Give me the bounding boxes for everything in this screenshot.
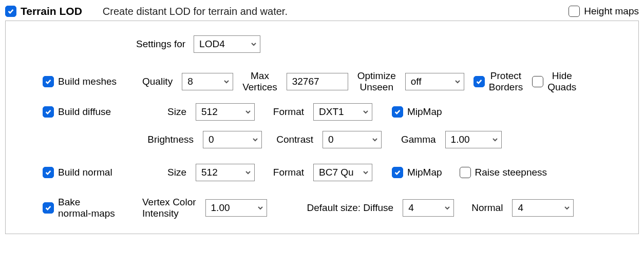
default-normal-value: 4	[518, 202, 523, 214]
normal-size-select[interactable]: 512	[196, 164, 255, 181]
brightness-value: 0	[209, 134, 214, 145]
chevron-down-icon	[245, 106, 251, 118]
bake-normal-maps-label: Bake normal-maps	[58, 197, 115, 219]
contrast-label: Contrast	[271, 134, 313, 145]
build-normal-label: Build normal	[58, 167, 112, 178]
diffuse-format-label: Format	[264, 106, 304, 118]
panel-subtitle: Create distant LOD for terrain and water…	[103, 6, 288, 17]
chevron-down-icon	[363, 167, 369, 178]
settings-for-select[interactable]: LOD4	[194, 35, 260, 53]
contrast-select[interactable]: 0	[323, 131, 382, 148]
chevron-down-icon	[223, 76, 230, 87]
gamma-select[interactable]: 1.00	[445, 131, 502, 148]
raise-steepness-label: Raise steepness	[475, 167, 547, 178]
quality-select[interactable]: 8	[182, 73, 233, 90]
chevron-down-icon	[251, 39, 257, 50]
normal-format-value: BC7 Qu	[319, 167, 354, 178]
optimize-unseen-label: Optimize Unseen	[357, 70, 396, 93]
hide-quads-checkbox[interactable]	[532, 76, 543, 87]
chevron-down-icon	[363, 106, 369, 118]
chevron-down-icon	[492, 134, 498, 145]
default-normal-label: Normal	[471, 202, 503, 214]
brightness-select[interactable]: 0	[203, 131, 262, 148]
chevron-down-icon	[444, 202, 450, 214]
quality-value: 8	[187, 76, 193, 87]
chevron-down-icon	[372, 134, 378, 145]
height-maps-checkbox[interactable]	[569, 6, 580, 17]
diffuse-size-label: Size	[142, 106, 186, 118]
bake-normal-maps-checkbox[interactable]	[43, 202, 54, 214]
normal-format-label: Format	[264, 167, 304, 178]
normal-size-label: Size	[142, 167, 186, 178]
build-meshes-checkbox[interactable]	[43, 76, 54, 87]
default-normal-select[interactable]: 4	[512, 199, 574, 217]
raise-steepness-checkbox[interactable]	[460, 167, 471, 178]
protect-borders-label: Protect Borders	[489, 70, 523, 93]
max-vertices-label: Max Vertices	[242, 70, 277, 93]
max-vertices-input[interactable]: 32767	[287, 73, 348, 90]
vertex-color-intensity-label: Vertex Color Intensity	[142, 197, 196, 219]
build-meshes-label: Build meshes	[58, 76, 117, 87]
height-maps-label: Height maps	[584, 6, 639, 17]
chevron-down-icon	[252, 134, 258, 145]
diffuse-format-select[interactable]: DXT1	[313, 103, 372, 121]
terrain-lod-checkbox[interactable]	[5, 6, 16, 17]
vertex-color-intensity-value: 1.00	[211, 202, 230, 214]
normal-format-select[interactable]: BC7 Qu	[313, 164, 372, 181]
vertex-color-intensity-select[interactable]: 1.00	[205, 199, 267, 217]
quality-label: Quality	[142, 76, 173, 87]
gamma-label: Gamma	[401, 134, 436, 145]
optimize-unseen-select[interactable]: off	[405, 73, 464, 90]
chevron-down-icon	[257, 202, 263, 214]
protect-borders-checkbox[interactable]	[473, 76, 485, 87]
gamma-value: 1.00	[451, 134, 470, 145]
normal-size-value: 512	[201, 167, 218, 178]
default-size-diffuse-label: Default size: Diffuse	[307, 202, 394, 214]
chevron-down-icon	[564, 202, 570, 214]
settings-for-value: LOD4	[199, 39, 225, 50]
build-diffuse-label: Build diffuse	[58, 106, 111, 118]
terrain-lod-panel: Settings for LOD4 Build meshes Quality 8…	[5, 21, 639, 234]
diffuse-mipmap-checkbox[interactable]	[392, 106, 403, 118]
brightness-label: Brightness	[142, 134, 194, 145]
diffuse-size-select[interactable]: 512	[196, 103, 255, 121]
chevron-down-icon	[454, 76, 461, 87]
hide-quads-label: Hide Quads	[547, 70, 576, 93]
diffuse-mipmap-label: MipMap	[407, 106, 442, 118]
diffuse-size-value: 512	[201, 106, 218, 118]
settings-for-label: Settings for	[136, 39, 185, 50]
default-diffuse-value: 4	[408, 202, 414, 214]
diffuse-format-value: DXT1	[319, 106, 344, 118]
build-normal-checkbox[interactable]	[43, 167, 54, 178]
default-diffuse-select[interactable]: 4	[403, 199, 454, 217]
panel-title: Terrain LOD	[21, 5, 82, 17]
optimize-unseen-value: off	[411, 76, 422, 87]
normal-mipmap-label: MipMap	[407, 167, 442, 178]
build-diffuse-checkbox[interactable]	[43, 106, 54, 118]
contrast-value: 0	[328, 134, 334, 145]
chevron-down-icon	[245, 167, 251, 178]
max-vertices-value: 32767	[292, 76, 319, 87]
normal-mipmap-checkbox[interactable]	[392, 167, 403, 178]
